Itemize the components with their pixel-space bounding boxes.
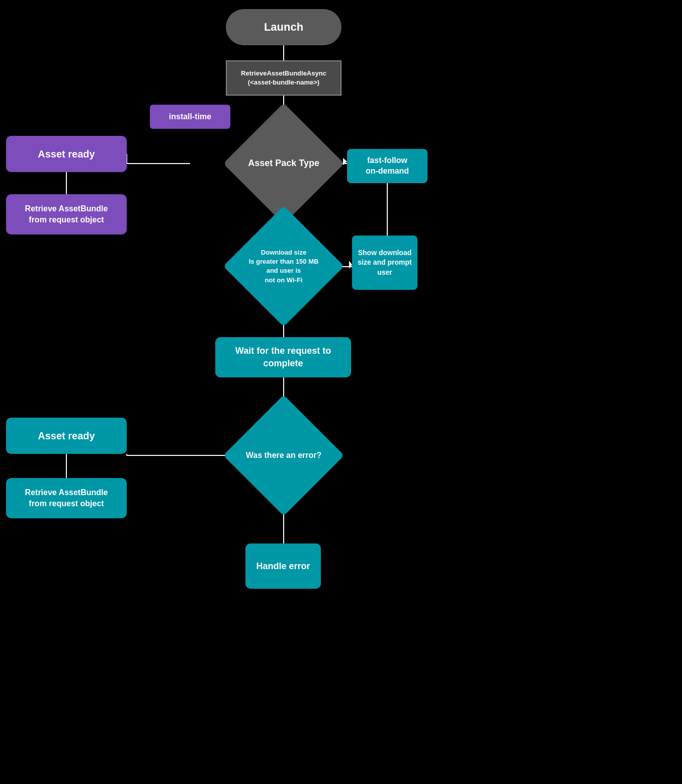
connector-lines (0, 0, 682, 784)
install-time-label: install-time (169, 112, 211, 121)
error-diamond-label: Was there an error? (246, 450, 322, 461)
show-download-node: Show download size and prompt user (352, 236, 417, 290)
fast-follow-label: fast-follow on-demand (366, 155, 409, 177)
download-size-label: Download size Is greater than 150 MB and… (245, 248, 323, 285)
show-download-label: Show download size and prompt user (352, 248, 417, 278)
download-size-node: Download size Is greater than 150 MB and… (223, 206, 344, 327)
asset-ready-2-label: Asset ready (38, 430, 95, 442)
asset-ready-1-label: Asset ready (38, 148, 95, 160)
fast-follow-node: fast-follow on-demand (347, 149, 428, 183)
install-time-node: install-time (150, 105, 230, 129)
wait-request-node: Wait for the request to complete (215, 337, 351, 377)
retrieve-req-1-node: Retrieve AssetBundle from request object (6, 194, 127, 234)
flowchart: Launch RetrieveAssetBundleAsync (<asset-… (0, 0, 682, 784)
retrieve-req-2-label: Retrieve AssetBundle from request object (25, 487, 108, 510)
launch-node: Launch (226, 9, 342, 45)
asset-ready-1-node: Asset ready (6, 136, 127, 172)
retrieve-req-2-node: Retrieve AssetBundle from request object (6, 478, 127, 518)
handle-error-label: Handle error (256, 561, 310, 572)
retrieve-req-1-label: Retrieve AssetBundle from request object (25, 203, 108, 226)
asset-pack-type-label: Asset Pack Type (248, 158, 319, 169)
error-diamond-node: Was there an error? (223, 395, 344, 516)
handle-error-node: Handle error (245, 543, 321, 589)
retrieve-async-node: RetrieveAssetBundleAsync (<asset-bundle-… (226, 60, 342, 96)
wait-request-label: Wait for the request to complete (215, 345, 351, 370)
asset-ready-2-node: Asset ready (6, 418, 127, 454)
retrieve-async-label: RetrieveAssetBundleAsync (<asset-bundle-… (241, 69, 326, 87)
launch-label: Launch (264, 21, 303, 34)
